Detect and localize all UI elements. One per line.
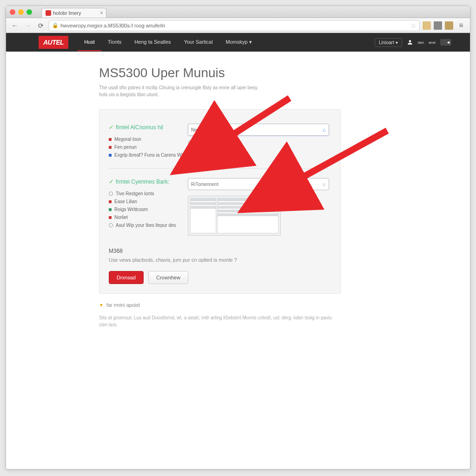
browser-toolbar: ← → ⟳ 🔒 hwvewropy.megior.a.MS5300s-f roo… xyxy=(6,18,470,33)
nav-item[interactable]: Your Sartical xyxy=(178,33,219,51)
close-window-button[interactable] xyxy=(10,9,15,15)
section-m368: M368 Use vews placbods, chavis, jum pur … xyxy=(109,248,329,263)
option-list: Tive Restgen lonts Ease Lilian Roigs Wri… xyxy=(109,190,188,229)
lock-icon: 🔒 xyxy=(52,22,59,28)
button-row: Drxnsad Crownhew xyxy=(109,271,329,284)
list-item[interactable]: Roigs Writtcssm xyxy=(109,205,188,213)
check-icon: ✓ xyxy=(109,178,114,185)
minimize-window-button[interactable] xyxy=(18,9,24,15)
section-text: Use vews placbods, chavis, jum pur cn op… xyxy=(109,257,329,263)
search-input-wrapper: ⌕ xyxy=(188,124,329,136)
link-row: ◌ Pasuilex xyxy=(188,148,329,156)
section-cyennes: ✓ frmtei Cyenmes Bark: Tive Restgen lont… xyxy=(109,168,329,240)
bullet-icon xyxy=(109,138,112,141)
download-button[interactable]: Drxnsad xyxy=(109,271,144,284)
browser-window: holobr lmery × ← → ⟳ 🔒 hwvewropy.megior.… xyxy=(6,6,470,469)
bookmark-star-icon[interactable]: ☆ xyxy=(410,22,416,29)
nav-item[interactable]: Momskyp ▾ xyxy=(219,33,258,51)
list-item[interactable]: Norliet xyxy=(109,213,188,221)
section-accounts: ✓ fimtel AlCnomus hil Megoral loon Fen p… xyxy=(109,119,329,164)
maximize-window-button[interactable] xyxy=(26,9,32,15)
address-bar[interactable]: 🔒 hwvewropy.megior.a.MS5300s-f roog wnuf… xyxy=(49,20,420,31)
nav-label: dan xyxy=(418,40,424,45)
info-icon: ◔ xyxy=(188,139,192,145)
bullet-icon xyxy=(109,208,112,211)
nav-items: Hust Tionts Heng ta Seatles Your Sartica… xyxy=(78,33,258,51)
search-icon[interactable]: ⌕ xyxy=(323,126,326,133)
menu-button[interactable]: ≡ xyxy=(456,20,466,31)
nav-right: Linioart ▾ dan anst xyxy=(375,38,470,47)
section-title: M368 xyxy=(109,248,329,254)
forward-button[interactable]: → xyxy=(23,20,33,31)
extension-icon[interactable] xyxy=(434,21,442,30)
account-button[interactable]: Linioart ▾ xyxy=(375,38,402,47)
preview-thumbnail xyxy=(188,196,281,236)
brand-logo[interactable]: AUTEL xyxy=(39,36,68,49)
close-tab-icon[interactable]: × xyxy=(100,10,103,16)
triangle-icon: ▼ xyxy=(99,303,104,308)
bullet-icon xyxy=(109,200,112,203)
extension-icon[interactable] xyxy=(445,21,453,30)
nav-label: anst xyxy=(429,40,436,45)
bullet-icon xyxy=(109,146,112,149)
link-icon: ◌ xyxy=(188,150,192,155)
hint-row: ◔ Tarl'5 koes omwual xyxy=(188,139,329,145)
nav-item[interactable]: Tionts xyxy=(101,33,128,51)
search-icon[interactable]: ⌕ xyxy=(323,181,326,187)
nav-item[interactable]: Hust xyxy=(78,33,101,51)
main-content: MS5300 Uper Munuis The usall sfto pstres… xyxy=(6,52,341,328)
back-button[interactable]: ← xyxy=(10,20,20,31)
user-icon[interactable] xyxy=(407,39,413,46)
expander[interactable]: ▼ far rmini apoist xyxy=(99,302,341,308)
list-item[interactable]: Megoral loon xyxy=(109,135,188,143)
url-text: hwvewropy.megior.a.MS5300s-f roog wnufer… xyxy=(60,23,165,28)
favicon-icon xyxy=(46,10,51,16)
secondary-button[interactable]: Crownhew xyxy=(148,271,188,284)
section-title: ✓ fimtel AlCnomus hil xyxy=(109,124,188,131)
footer-note: Sits at groensur, Lus aud Duosltornd, wt… xyxy=(99,314,341,328)
tab-strip: holobr lmery × xyxy=(41,6,106,18)
list-item[interactable]: Fen penun xyxy=(109,143,188,151)
traffic-lights xyxy=(10,9,32,15)
search-input[interactable] xyxy=(191,127,323,132)
tab-title: holobr lmery xyxy=(53,10,81,16)
site-navbar: AUTEL Hust Tionts Heng ta Seatles Your S… xyxy=(6,33,470,52)
browser-tab[interactable]: holobr lmery × xyxy=(41,8,106,18)
section-title: ✓ frmtei Cyenmes Bark: xyxy=(109,178,188,185)
radio-icon xyxy=(109,223,113,227)
list-item[interactable]: Tive Restgen lonts xyxy=(109,190,188,198)
window-titlebar: holobr lmery × xyxy=(6,6,470,18)
link[interactable]: Pasuilex xyxy=(195,151,212,156)
list-item[interactable]: Ease Lilian xyxy=(109,198,188,205)
search-input-wrapper: ⌕ xyxy=(188,178,329,190)
cursor-icon[interactable] xyxy=(440,39,451,46)
reload-button[interactable]: ⟳ xyxy=(36,20,46,31)
badge[interactable]: Nurn xyxy=(288,178,303,185)
nav-item[interactable]: Heng ta Seatles xyxy=(128,33,177,51)
page-subtitle: The usall sfto pstres it mctlip Clnuing … xyxy=(99,84,341,98)
main-panel: ✓ fimtel AlCnomus hil Megoral loon Fen p… xyxy=(99,109,341,294)
bullet-icon xyxy=(109,216,112,219)
check-icon: ✓ xyxy=(109,124,114,131)
list-item[interactable]: Asul Wip your lbes ltepur des xyxy=(109,221,188,229)
page-title: MS5300 Uper Munuis xyxy=(99,66,341,80)
option-list: Megoral loon Fen penun Exgrip ibreaf? Fu… xyxy=(109,135,188,159)
extension-icon[interactable] xyxy=(423,21,431,30)
list-item[interactable]: Exgrip ibreaf? Funs ia Carens Wiss xyxy=(109,151,188,159)
radio-icon xyxy=(109,192,113,196)
bullet-icon xyxy=(109,154,112,157)
page-viewport: AUTEL Hust Tionts Heng ta Seatles Your S… xyxy=(6,33,470,469)
